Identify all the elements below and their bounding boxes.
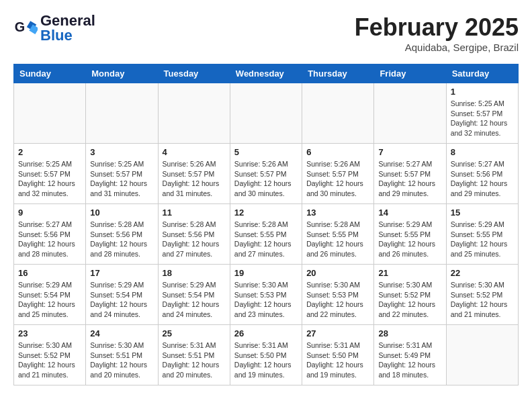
calendar-cell (446, 325, 518, 385)
calendar-cell: 5Sunrise: 5:26 AMSunset: 5:57 PMDaylight… (230, 144, 302, 204)
day-number: 26 (234, 328, 298, 338)
day-info: Sunrise: 5:26 AMSunset: 5:57 PMDaylight:… (306, 159, 369, 199)
day-number: 16 (18, 268, 81, 278)
calendar-cell: 10Sunrise: 5:28 AMSunset: 5:56 PMDayligh… (86, 204, 158, 265)
day-number: 23 (18, 328, 81, 338)
calendar-cell: 17Sunrise: 5:29 AMSunset: 5:54 PMDayligh… (86, 265, 158, 325)
calendar-cell: 24Sunrise: 5:30 AMSunset: 5:51 PMDayligh… (86, 325, 158, 385)
calendar-cell: 8Sunrise: 5:27 AMSunset: 5:56 PMDaylight… (446, 144, 518, 204)
calendar-week-row: 1Sunrise: 5:25 AMSunset: 5:57 PMDaylight… (14, 83, 519, 144)
day-header-friday: Friday (374, 64, 446, 83)
calendar-cell: 21Sunrise: 5:30 AMSunset: 5:52 PMDayligh… (374, 265, 446, 325)
day-header-thursday: Thursday (302, 64, 374, 83)
calendar-cell: 22Sunrise: 5:30 AMSunset: 5:52 PMDayligh… (446, 265, 518, 325)
day-number: 28 (378, 328, 441, 338)
calendar-cell: 12Sunrise: 5:28 AMSunset: 5:55 PMDayligh… (230, 204, 302, 265)
day-info: Sunrise: 5:28 AMSunset: 5:56 PMDaylight:… (163, 220, 226, 259)
day-number: 10 (90, 208, 153, 218)
calendar-cell: 28Sunrise: 5:31 AMSunset: 5:49 PMDayligh… (374, 325, 446, 385)
day-info: Sunrise: 5:28 AMSunset: 5:56 PMDaylight:… (90, 220, 153, 259)
calendar-cell (158, 83, 230, 144)
logo-icon: G (13, 16, 38, 40)
day-number: 6 (306, 147, 369, 157)
logo: G GeneralBlue (13, 13, 95, 43)
day-number: 3 (90, 147, 153, 157)
calendar-cell: 2Sunrise: 5:25 AMSunset: 5:57 PMDaylight… (14, 144, 86, 204)
day-info: Sunrise: 5:30 AMSunset: 5:52 PMDaylight:… (18, 340, 81, 380)
day-info: Sunrise: 5:26 AMSunset: 5:57 PMDaylight:… (234, 159, 298, 199)
calendar-week-row: 16Sunrise: 5:29 AMSunset: 5:54 PMDayligh… (14, 265, 519, 325)
day-number: 14 (378, 208, 441, 218)
day-info: Sunrise: 5:30 AMSunset: 5:53 PMDaylight:… (234, 280, 298, 320)
day-number: 12 (234, 208, 298, 218)
month-title: February 2025 (355, 13, 519, 42)
calendar-week-row: 23Sunrise: 5:30 AMSunset: 5:52 PMDayligh… (14, 325, 519, 385)
day-number: 4 (163, 147, 226, 157)
calendar-cell: 6Sunrise: 5:26 AMSunset: 5:57 PMDaylight… (302, 144, 374, 204)
day-number: 25 (163, 328, 226, 338)
day-info: Sunrise: 5:25 AMSunset: 5:57 PMDaylight:… (90, 159, 153, 199)
logo-text: GeneralBlue (40, 13, 95, 43)
day-number: 1 (451, 87, 514, 97)
day-number: 27 (306, 328, 369, 338)
calendar-week-row: 2Sunrise: 5:25 AMSunset: 5:57 PMDaylight… (14, 144, 519, 204)
calendar-table: SundayMondayTuesdayWednesdayThursdayFrid… (13, 64, 519, 385)
day-info: Sunrise: 5:30 AMSunset: 5:53 PMDaylight:… (306, 280, 369, 320)
calendar-cell: 20Sunrise: 5:30 AMSunset: 5:53 PMDayligh… (302, 265, 374, 325)
calendar-cell: 4Sunrise: 5:26 AMSunset: 5:57 PMDaylight… (158, 144, 230, 204)
calendar-cell (374, 83, 446, 144)
day-number: 8 (451, 147, 514, 157)
day-info: Sunrise: 5:29 AMSunset: 5:54 PMDaylight:… (90, 280, 153, 320)
day-number: 15 (451, 208, 514, 218)
day-info: Sunrise: 5:25 AMSunset: 5:57 PMDaylight:… (451, 99, 514, 138)
day-header-sunday: Sunday (14, 64, 86, 83)
calendar-cell: 27Sunrise: 5:31 AMSunset: 5:50 PMDayligh… (302, 325, 374, 385)
calendar-week-row: 9Sunrise: 5:27 AMSunset: 5:56 PMDaylight… (14, 204, 519, 265)
location: Aquidaba, Sergipe, Brazil (355, 42, 519, 53)
day-header-monday: Monday (86, 64, 158, 83)
day-number: 5 (234, 147, 298, 157)
day-info: Sunrise: 5:30 AMSunset: 5:52 PMDaylight:… (378, 280, 441, 320)
page-header: G GeneralBlue February 2025 Aquidaba, Se… (13, 13, 519, 53)
calendar-cell: 16Sunrise: 5:29 AMSunset: 5:54 PMDayligh… (14, 265, 86, 325)
day-info: Sunrise: 5:31 AMSunset: 5:50 PMDaylight:… (306, 340, 369, 380)
day-info: Sunrise: 5:30 AMSunset: 5:52 PMDaylight:… (451, 280, 514, 320)
day-number: 22 (451, 268, 514, 278)
day-info: Sunrise: 5:27 AMSunset: 5:56 PMDaylight:… (18, 220, 81, 259)
day-number: 18 (163, 268, 226, 278)
day-number: 13 (306, 208, 369, 218)
calendar-cell: 14Sunrise: 5:29 AMSunset: 5:55 PMDayligh… (374, 204, 446, 265)
day-info: Sunrise: 5:30 AMSunset: 5:51 PMDaylight:… (90, 340, 153, 380)
calendar-cell (86, 83, 158, 144)
day-info: Sunrise: 5:25 AMSunset: 5:57 PMDaylight:… (18, 159, 81, 199)
day-number: 11 (163, 208, 226, 218)
calendar-cell: 23Sunrise: 5:30 AMSunset: 5:52 PMDayligh… (14, 325, 86, 385)
calendar-cell: 3Sunrise: 5:25 AMSunset: 5:57 PMDaylight… (86, 144, 158, 204)
day-info: Sunrise: 5:29 AMSunset: 5:55 PMDaylight:… (378, 220, 441, 259)
calendar-cell: 1Sunrise: 5:25 AMSunset: 5:57 PMDaylight… (446, 83, 518, 144)
day-number: 21 (378, 268, 441, 278)
calendar-cell (302, 83, 374, 144)
day-info: Sunrise: 5:28 AMSunset: 5:55 PMDaylight:… (234, 220, 298, 259)
day-info: Sunrise: 5:31 AMSunset: 5:51 PMDaylight:… (163, 340, 226, 380)
calendar-cell: 25Sunrise: 5:31 AMSunset: 5:51 PMDayligh… (158, 325, 230, 385)
svg-text:G: G (15, 19, 25, 34)
day-info: Sunrise: 5:29 AMSunset: 5:55 PMDaylight:… (451, 220, 514, 259)
calendar-cell: 15Sunrise: 5:29 AMSunset: 5:55 PMDayligh… (446, 204, 518, 265)
day-header-wednesday: Wednesday (230, 64, 302, 83)
day-info: Sunrise: 5:28 AMSunset: 5:55 PMDaylight:… (306, 220, 369, 259)
day-header-saturday: Saturday (446, 64, 518, 83)
day-info: Sunrise: 5:29 AMSunset: 5:54 PMDaylight:… (163, 280, 226, 320)
calendar-cell (230, 83, 302, 144)
day-number: 2 (18, 147, 81, 157)
day-info: Sunrise: 5:31 AMSunset: 5:49 PMDaylight:… (378, 340, 441, 380)
calendar-cell: 9Sunrise: 5:27 AMSunset: 5:56 PMDaylight… (14, 204, 86, 265)
day-info: Sunrise: 5:31 AMSunset: 5:50 PMDaylight:… (234, 340, 298, 380)
day-number: 24 (90, 328, 153, 338)
calendar-cell: 26Sunrise: 5:31 AMSunset: 5:50 PMDayligh… (230, 325, 302, 385)
calendar-cell: 19Sunrise: 5:30 AMSunset: 5:53 PMDayligh… (230, 265, 302, 325)
day-info: Sunrise: 5:29 AMSunset: 5:54 PMDaylight:… (18, 280, 81, 320)
day-number: 9 (18, 208, 81, 218)
calendar-cell: 13Sunrise: 5:28 AMSunset: 5:55 PMDayligh… (302, 204, 374, 265)
calendar-cell (14, 83, 86, 144)
